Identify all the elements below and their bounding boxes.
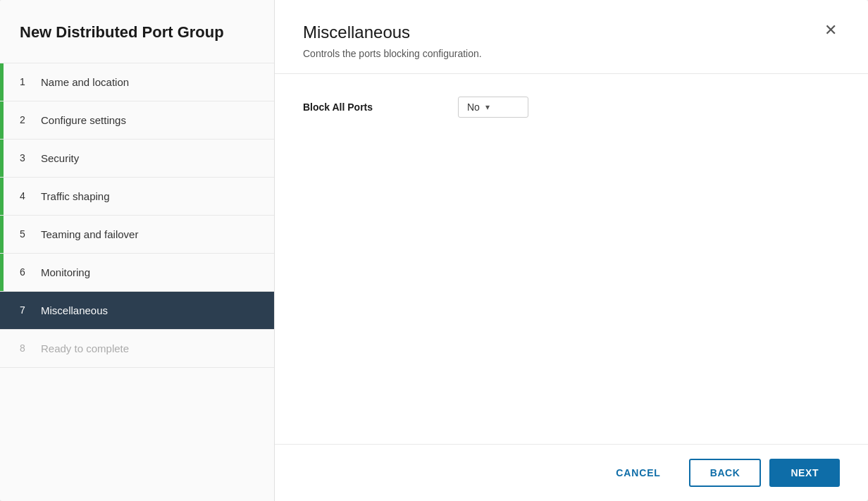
step-number-3: 3 (20, 152, 31, 163)
main-content: Miscellaneous Controls the ports blockin… (275, 0, 868, 501)
block-all-ports-value: No (467, 101, 480, 113)
close-button[interactable]: ✕ (822, 23, 840, 38)
step-number-8: 8 (20, 342, 31, 354)
main-header-left: Miscellaneous Controls the ports blockin… (303, 23, 482, 59)
sidebar: New Distributed Port Group 1Name and loc… (0, 0, 275, 501)
step-label-3: Security (41, 152, 79, 164)
sidebar-title: New Distributed Port Group (0, 0, 274, 63)
dialog: New Distributed Port Group 1Name and loc… (0, 0, 868, 501)
step-number-6: 6 (20, 266, 31, 278)
step-label-8: Ready to complete (41, 342, 129, 354)
sidebar-step-2[interactable]: 2Configure settings (0, 101, 274, 139)
step-label-6: Monitoring (41, 266, 90, 278)
main-title: Miscellaneous (303, 23, 482, 42)
step-number-4: 4 (20, 190, 31, 202)
step-number-1: 1 (20, 76, 31, 87)
form-row-block-all-ports: Block All Ports No ▾ (303, 97, 840, 118)
step-label-1: Name and location (41, 76, 129, 88)
step-label-7: Miscellaneous (41, 304, 108, 316)
main-footer: CANCEL BACK NEXT (275, 444, 868, 501)
block-all-ports-control: No ▾ (458, 97, 528, 118)
close-icon: ✕ (824, 21, 837, 39)
sidebar-step-6[interactable]: 6Monitoring (0, 253, 274, 291)
step-label-5: Teaming and failover (41, 228, 138, 240)
sidebar-step-7[interactable]: 7Miscellaneous (0, 291, 274, 329)
next-button[interactable]: NEXT (769, 459, 840, 487)
block-all-ports-label: Block All Ports (303, 101, 458, 113)
step-label-2: Configure settings (41, 114, 126, 126)
sidebar-step-4[interactable]: 4Traffic shaping (0, 177, 274, 215)
step-number-2: 2 (20, 114, 31, 125)
step-number-5: 5 (20, 228, 31, 240)
sidebar-step-1[interactable]: 1Name and location (0, 63, 274, 101)
main-subtitle: Controls the ports blocking configuratio… (303, 48, 482, 59)
main-body: Block All Ports No ▾ (275, 74, 868, 444)
block-all-ports-select[interactable]: No ▾ (458, 97, 528, 118)
step-number-7: 7 (20, 304, 31, 316)
sidebar-step-5[interactable]: 5Teaming and failover (0, 215, 274, 253)
back-button[interactable]: BACK (689, 459, 762, 487)
main-header: Miscellaneous Controls the ports blockin… (275, 0, 868, 74)
chevron-down-icon: ▾ (485, 102, 490, 112)
step-label-4: Traffic shaping (41, 190, 110, 202)
sidebar-step-3[interactable]: 3Security (0, 139, 274, 177)
cancel-button[interactable]: CANCEL (596, 460, 680, 485)
sidebar-step-8: 8Ready to complete (0, 329, 274, 368)
sidebar-steps: 1Name and location2Configure settings3Se… (0, 63, 274, 501)
